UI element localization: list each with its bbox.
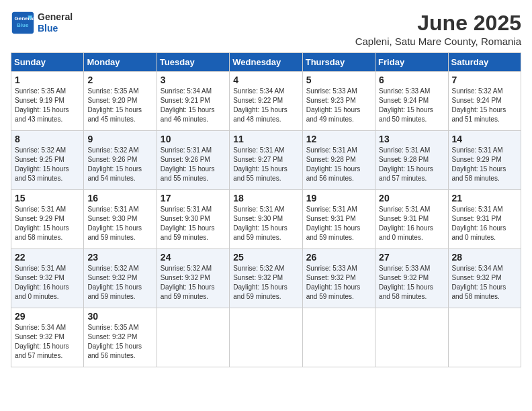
day-number: 23 bbox=[87, 252, 152, 263]
calendar-cell: 6Sunrise: 5:33 AM Sunset: 9:24 PM Daylig… bbox=[375, 72, 448, 131]
week-row-5: 29Sunrise: 5:34 AM Sunset: 9:32 PM Dayli… bbox=[11, 308, 521, 367]
day-detail: Sunrise: 5:33 AM Sunset: 9:24 PM Dayligh… bbox=[379, 87, 444, 124]
weekday-header-thursday: Thursday bbox=[302, 53, 375, 72]
logo-text: General Blue bbox=[38, 11, 73, 34]
day-detail: Sunrise: 5:34 AM Sunset: 9:32 PM Dayligh… bbox=[15, 323, 80, 361]
day-detail: Sunrise: 5:33 AM Sunset: 9:32 PM Dayligh… bbox=[379, 264, 444, 302]
day-number: 19 bbox=[306, 193, 371, 203]
day-detail: Sunrise: 5:31 AM Sunset: 9:27 PM Dayligh… bbox=[233, 146, 298, 183]
calendar-cell bbox=[448, 308, 521, 367]
day-detail: Sunrise: 5:31 AM Sunset: 9:31 PM Dayligh… bbox=[306, 205, 371, 242]
calendar-cell: 12Sunrise: 5:31 AM Sunset: 9:28 PM Dayli… bbox=[302, 131, 375, 190]
calendar-cell: 16Sunrise: 5:31 AM Sunset: 9:30 PM Dayli… bbox=[84, 190, 157, 249]
calendar-cell: 19Sunrise: 5:31 AM Sunset: 9:31 PM Dayli… bbox=[302, 190, 375, 249]
day-detail: Sunrise: 5:31 AM Sunset: 9:28 PM Dayligh… bbox=[306, 146, 371, 183]
calendar-cell: 14Sunrise: 5:31 AM Sunset: 9:29 PM Dayli… bbox=[448, 131, 521, 190]
day-detail: Sunrise: 5:35 AM Sunset: 9:19 PM Dayligh… bbox=[15, 87, 80, 124]
day-number: 28 bbox=[452, 252, 517, 263]
weekday-header-monday: Monday bbox=[84, 53, 157, 72]
calendar-cell: 8Sunrise: 5:32 AM Sunset: 9:25 PM Daylig… bbox=[11, 131, 84, 190]
calendar-cell bbox=[375, 308, 448, 367]
day-number: 21 bbox=[452, 193, 517, 203]
day-number: 27 bbox=[379, 252, 444, 263]
day-number: 5 bbox=[306, 75, 371, 85]
calendar-cell: 20Sunrise: 5:31 AM Sunset: 9:31 PM Dayli… bbox=[375, 190, 448, 249]
day-detail: Sunrise: 5:34 AM Sunset: 9:32 PM Dayligh… bbox=[452, 264, 517, 302]
day-number: 29 bbox=[15, 311, 80, 322]
week-row-4: 22Sunrise: 5:31 AM Sunset: 9:32 PM Dayli… bbox=[11, 249, 521, 308]
day-detail: Sunrise: 5:32 AM Sunset: 9:32 PM Dayligh… bbox=[87, 264, 152, 302]
day-detail: Sunrise: 5:32 AM Sunset: 9:24 PM Dayligh… bbox=[452, 87, 517, 124]
day-number: 30 bbox=[87, 311, 152, 322]
calendar-cell: 10Sunrise: 5:31 AM Sunset: 9:26 PM Dayli… bbox=[157, 131, 229, 190]
calendar-cell: 5Sunrise: 5:33 AM Sunset: 9:23 PM Daylig… bbox=[302, 72, 375, 131]
day-detail: Sunrise: 5:31 AM Sunset: 9:31 PM Dayligh… bbox=[379, 205, 444, 242]
calendar-cell: 27Sunrise: 5:33 AM Sunset: 9:32 PM Dayli… bbox=[375, 249, 448, 308]
day-number: 25 bbox=[233, 252, 298, 263]
day-number: 17 bbox=[161, 193, 226, 203]
weekday-header-sunday: Sunday bbox=[11, 53, 84, 72]
day-detail: Sunrise: 5:31 AM Sunset: 9:29 PM Dayligh… bbox=[15, 205, 80, 242]
day-detail: Sunrise: 5:35 AM Sunset: 9:32 PM Dayligh… bbox=[87, 323, 152, 361]
week-row-2: 8Sunrise: 5:32 AM Sunset: 9:25 PM Daylig… bbox=[11, 131, 521, 190]
day-number: 10 bbox=[161, 134, 226, 144]
weekday-header-row: SundayMondayTuesdayWednesdayThursdayFrid… bbox=[11, 53, 521, 72]
day-detail: Sunrise: 5:33 AM Sunset: 9:23 PM Dayligh… bbox=[306, 87, 371, 124]
day-number: 12 bbox=[306, 134, 371, 144]
calendar-cell: 26Sunrise: 5:33 AM Sunset: 9:32 PM Dayli… bbox=[302, 249, 375, 308]
day-detail: Sunrise: 5:34 AM Sunset: 9:21 PM Dayligh… bbox=[161, 87, 226, 124]
day-detail: Sunrise: 5:31 AM Sunset: 9:28 PM Dayligh… bbox=[379, 146, 444, 183]
day-number: 4 bbox=[233, 75, 298, 85]
calendar-cell: 3Sunrise: 5:34 AM Sunset: 9:21 PM Daylig… bbox=[157, 72, 229, 131]
day-number: 16 bbox=[87, 193, 152, 203]
day-number: 14 bbox=[452, 134, 517, 144]
day-number: 18 bbox=[233, 193, 298, 203]
day-number: 2 bbox=[87, 75, 152, 85]
calendar-cell: 21Sunrise: 5:31 AM Sunset: 9:31 PM Dayli… bbox=[448, 190, 521, 249]
calendar-cell: 22Sunrise: 5:31 AM Sunset: 9:32 PM Dayli… bbox=[11, 249, 84, 308]
day-detail: Sunrise: 5:32 AM Sunset: 9:25 PM Dayligh… bbox=[15, 146, 80, 183]
calendar-cell: 30Sunrise: 5:35 AM Sunset: 9:32 PM Dayli… bbox=[84, 308, 157, 367]
day-number: 6 bbox=[379, 75, 444, 85]
calendar-cell: 4Sunrise: 5:34 AM Sunset: 9:22 PM Daylig… bbox=[230, 72, 302, 131]
week-row-3: 15Sunrise: 5:31 AM Sunset: 9:29 PM Dayli… bbox=[11, 190, 521, 249]
calendar-cell: 17Sunrise: 5:31 AM Sunset: 9:30 PM Dayli… bbox=[157, 190, 229, 249]
day-number: 1 bbox=[15, 75, 80, 85]
logo: General Blue General Blue bbox=[11, 11, 73, 35]
day-detail: Sunrise: 5:31 AM Sunset: 9:30 PM Dayligh… bbox=[233, 205, 298, 242]
calendar-cell bbox=[157, 308, 229, 367]
calendar-cell: 11Sunrise: 5:31 AM Sunset: 9:27 PM Dayli… bbox=[230, 131, 302, 190]
title-area: June 2025 Capleni, Satu Mare County, Rom… bbox=[355, 11, 521, 47]
calendar-cell: 7Sunrise: 5:32 AM Sunset: 9:24 PM Daylig… bbox=[448, 72, 521, 131]
day-detail: Sunrise: 5:32 AM Sunset: 9:26 PM Dayligh… bbox=[87, 146, 152, 183]
day-detail: Sunrise: 5:31 AM Sunset: 9:30 PM Dayligh… bbox=[161, 205, 226, 242]
day-detail: Sunrise: 5:31 AM Sunset: 9:29 PM Dayligh… bbox=[452, 146, 517, 183]
calendar-cell: 15Sunrise: 5:31 AM Sunset: 9:29 PM Dayli… bbox=[11, 190, 84, 249]
calendar-cell: 2Sunrise: 5:35 AM Sunset: 9:20 PM Daylig… bbox=[84, 72, 157, 131]
day-detail: Sunrise: 5:31 AM Sunset: 9:32 PM Dayligh… bbox=[15, 264, 80, 302]
day-number: 15 bbox=[15, 193, 80, 203]
calendar-cell: 29Sunrise: 5:34 AM Sunset: 9:32 PM Dayli… bbox=[11, 308, 84, 367]
week-row-1: 1Sunrise: 5:35 AM Sunset: 9:19 PM Daylig… bbox=[11, 72, 521, 131]
weekday-header-tuesday: Tuesday bbox=[157, 53, 229, 72]
day-number: 24 bbox=[161, 252, 226, 263]
day-detail: Sunrise: 5:32 AM Sunset: 9:32 PM Dayligh… bbox=[161, 264, 226, 302]
month-title: June 2025 bbox=[355, 11, 521, 36]
calendar-table: SundayMondayTuesdayWednesdayThursdayFrid… bbox=[11, 52, 521, 367]
day-number: 3 bbox=[161, 75, 226, 85]
day-number: 22 bbox=[15, 252, 80, 263]
day-detail: Sunrise: 5:34 AM Sunset: 9:22 PM Dayligh… bbox=[233, 87, 298, 124]
calendar-cell: 23Sunrise: 5:32 AM Sunset: 9:32 PM Dayli… bbox=[84, 249, 157, 308]
weekday-header-saturday: Saturday bbox=[448, 53, 521, 72]
calendar-cell: 13Sunrise: 5:31 AM Sunset: 9:28 PM Dayli… bbox=[375, 131, 448, 190]
calendar-cell: 28Sunrise: 5:34 AM Sunset: 9:32 PM Dayli… bbox=[448, 249, 521, 308]
day-detail: Sunrise: 5:35 AM Sunset: 9:20 PM Dayligh… bbox=[87, 87, 152, 124]
weekday-header-friday: Friday bbox=[375, 53, 448, 72]
day-number: 9 bbox=[87, 134, 152, 144]
logo-icon: General Blue bbox=[11, 11, 35, 35]
calendar-cell: 9Sunrise: 5:32 AM Sunset: 9:26 PM Daylig… bbox=[84, 131, 157, 190]
weekday-header-wednesday: Wednesday bbox=[230, 53, 302, 72]
day-number: 8 bbox=[15, 134, 80, 144]
calendar-cell: 25Sunrise: 5:32 AM Sunset: 9:32 PM Dayli… bbox=[230, 249, 302, 308]
day-detail: Sunrise: 5:31 AM Sunset: 9:31 PM Dayligh… bbox=[452, 205, 517, 242]
